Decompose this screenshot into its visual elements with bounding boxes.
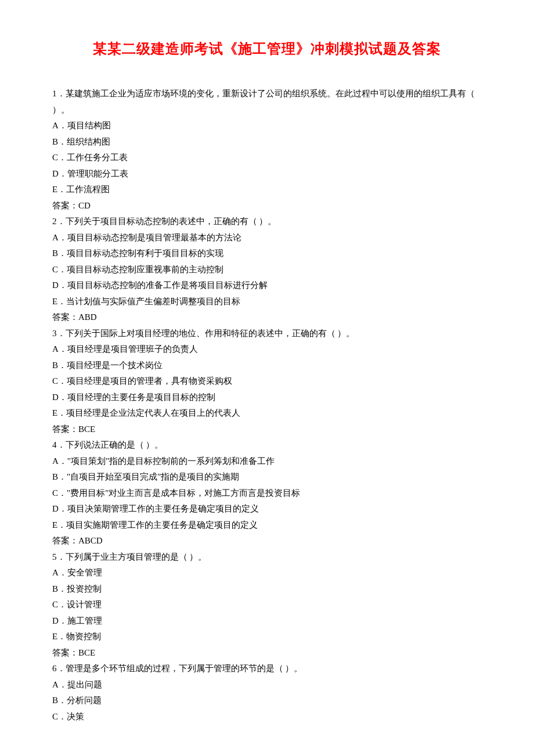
question-option: D．施工管理 bbox=[52, 613, 482, 629]
question-option: E．项目经理是企业法定代表人在项目上的代表人 bbox=[52, 405, 482, 422]
question-option: D．项目经理的主要任务是项目目标的控制 bbox=[52, 390, 482, 406]
document-page: 某某二级建造师考试《施工管理》冲刺模拟试题及答案 1．某建筑施工企业为适应市场环… bbox=[0, 0, 534, 748]
question-stem: 4．下列说法正确的是（ ）。 bbox=[52, 437, 482, 453]
question-option: C．项目目标动态控制应重视事前的主动控制 bbox=[52, 262, 482, 278]
question-option: B．分析问题 bbox=[52, 693, 482, 709]
question-option: D．项目目标动态控制的准备工作是将项目目标进行分解 bbox=[52, 278, 482, 294]
question-option: C．设计管理 bbox=[52, 597, 482, 613]
question-answer: 答案：CD bbox=[52, 198, 482, 214]
document-title: 某某二级建造师考试《施工管理》冲刺模拟试题及答案 bbox=[52, 39, 482, 58]
question-option: E．当计划值与实际值产生偏差时调整项目的目标 bbox=[52, 294, 482, 310]
question-option: B．项目目标动态控制有利于项目目标的实现 bbox=[52, 246, 482, 262]
answer-value: ABCD bbox=[78, 536, 103, 545]
question-answer: 答案：ABCD bbox=[52, 533, 482, 549]
question-option: A．项目结构图 bbox=[52, 118, 482, 134]
question-stem: 3．下列关于国际上对项目经理的地位、作用和特征的表述中，正确的有（ ）。 bbox=[52, 326, 482, 342]
question-option: C．决策 bbox=[52, 709, 482, 725]
answer-prefix: 答案： bbox=[52, 312, 78, 322]
question-option: E．工作流程图 bbox=[52, 182, 482, 198]
answer-prefix: 答案： bbox=[52, 201, 78, 210]
question-option: A．项目目标动态控制是项目管理最基本的方法论 bbox=[52, 230, 482, 246]
question-option: A．项目经理是项目管理班子的负责人 bbox=[52, 341, 482, 358]
answer-value: CD bbox=[78, 201, 91, 210]
question-option: E．物资控制 bbox=[52, 629, 482, 645]
question-option: D．管理职能分工表 bbox=[52, 166, 482, 182]
question-option: D．项目决策期管理工作的主要任务是确定项目的定义 bbox=[52, 501, 482, 517]
document-body: 1．某建筑施工企业为适应市场环境的变化，重新设计了公司的组织系统。在此过程中可以… bbox=[52, 86, 482, 725]
question-option: C．工作任务分工表 bbox=[52, 150, 482, 166]
question-option: B．"自项目开始至项目完成"指的是项目的实施期 bbox=[52, 469, 482, 485]
question-option: A．安全管理 bbox=[52, 565, 482, 581]
question-option: B．投资控制 bbox=[52, 581, 482, 597]
question-answer: 答案：BCE bbox=[52, 422, 482, 438]
answer-prefix: 答案： bbox=[52, 648, 78, 657]
question-stem: 5．下列属于业主方项目管理的是（ ）。 bbox=[52, 549, 482, 566]
answer-prefix: 答案： bbox=[52, 424, 78, 434]
answer-value: BCE bbox=[78, 424, 95, 434]
question-stem: 1．某建筑施工企业为适应市场环境的变化，重新设计了公司的组织系统。在此过程中可以… bbox=[52, 86, 482, 118]
question-option: C．项目经理是项目的管理者，具有物资采购权 bbox=[52, 373, 482, 390]
question-answer: 答案：BCE bbox=[52, 645, 482, 661]
question-option: B．项目经理是一个技术岗位 bbox=[52, 358, 482, 374]
question-option: A．"项目策划"指的是目标控制前的一系列筹划和准备工作 bbox=[52, 453, 482, 470]
question-option: C．"费用目标"对业主而言是成本目标，对施工方而言是投资目标 bbox=[52, 485, 482, 502]
question-option: B．组织结构图 bbox=[52, 134, 482, 150]
answer-prefix: 答案： bbox=[52, 536, 78, 545]
question-option: E．项目实施期管理工作的主要任务是确定项目的定义 bbox=[52, 517, 482, 534]
answer-value: BCE bbox=[78, 648, 95, 657]
answer-value: ABD bbox=[78, 312, 97, 322]
question-stem: 6．管理是多个环节组成的过程，下列属于管理的环节的是（ ）。 bbox=[52, 661, 482, 677]
question-answer: 答案：ABD bbox=[52, 309, 482, 326]
question-stem: 2．下列关于项目目标动态控制的表述中，正确的有（ ）。 bbox=[52, 214, 482, 230]
question-option: A．提出问题 bbox=[52, 677, 482, 693]
